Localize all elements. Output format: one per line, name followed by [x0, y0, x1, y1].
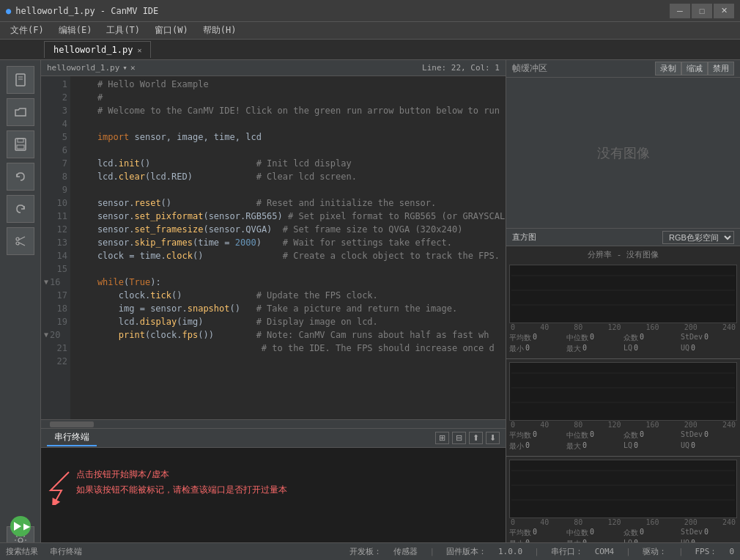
record-button[interactable]: 录制: [655, 62, 681, 75]
status-serial-value: COM4: [595, 547, 615, 556]
menu-help[interactable]: 帮助(H): [196, 23, 244, 38]
menu-window[interactable]: 窗口(W): [147, 23, 196, 38]
histogram-container: 直方图 RGB色彩空间 灰度 分辨率 - 没有图像 0: [506, 229, 740, 560]
status-firmware-value: 1.0.0: [498, 547, 522, 556]
frame-buffer-header: 帧缓冲区 录制 缩减 禁用: [506, 60, 740, 78]
close-button[interactable]: ✕: [714, 4, 734, 18]
histogram-b-axis: 04080120160200240: [509, 518, 737, 526]
frame-buffer-label: 帧缓冲区: [512, 62, 547, 75]
menu-edit[interactable]: 编辑(E): [51, 23, 100, 38]
run-button[interactable]: [10, 516, 31, 537]
status-firmware-label: 固件版本：: [446, 546, 486, 557]
color-space-selector[interactable]: RGB色彩空间 灰度: [662, 231, 734, 244]
sidebar: [0, 60, 41, 560]
editor-header-left: helloworld_1.py ▾ ✕: [47, 63, 136, 73]
svg-point-7: [16, 242, 19, 245]
minimize-button[interactable]: ─: [670, 4, 690, 18]
annotation-line2: 如果该按钮不能被标记，请检查该端口是否打开过量本: [76, 484, 500, 496]
tab-bar: helloworld_1.py ✕: [0, 40, 740, 60]
open-file-button[interactable]: [7, 98, 34, 126]
menu-bar: 文件(F) 编辑(E) 工具(T) 窗口(W) 帮助(H): [0, 22, 740, 40]
status-bar: 搜索结果 串行终端 开发板： 传感器 | 固件版本： 1.0.0 | 串行口： …: [0, 542, 740, 560]
menu-tools[interactable]: 工具(T): [99, 23, 147, 38]
scrollbar-thumb[interactable]: [50, 421, 94, 427]
editor-close-icon[interactable]: ✕: [130, 63, 136, 73]
no-image-text: 没有图像: [597, 144, 650, 162]
terminal-header: 串行终端 ⊞ ⊟ ⬆ ⬇: [41, 429, 506, 448]
redo-button[interactable]: [7, 195, 34, 223]
histogram-r-chart: [509, 265, 737, 323]
svg-point-6: [16, 237, 19, 240]
title-bar-left: ● helloworld_1.py - CanMV IDE: [6, 6, 158, 16]
new-file-button[interactable]: [7, 66, 34, 94]
svg-line-8: [19, 237, 25, 240]
horizontal-scrollbar[interactable]: [41, 419, 506, 428]
histogram-label: 直方图: [512, 232, 536, 243]
status-devboard-label: 开发板：: [349, 546, 382, 557]
status-serial-label: 串行口：: [551, 546, 583, 557]
annotation-line1: 点击按钮开始脚本/虚本: [76, 468, 500, 481]
main-layout: helloworld_1.py ▾ ✕ Line: 22, Col: 1 123…: [0, 60, 740, 560]
histogram-g-axis: 04080120160200240: [509, 421, 737, 429]
histogram-r-stats: 平均数0 中位数0 众数0 StDev0 最小0 最大0 LQ0 UQ0: [509, 331, 737, 355]
status-driver-label: 驱动：: [643, 546, 667, 557]
terminal-area: 串行终端 ⊞ ⊟ ⬆ ⬇ 点击按钮开始脚本/: [41, 428, 506, 560]
line-numbers: 12345 678910 1112131415 ▼16 171819 ▼20 2…: [41, 76, 70, 419]
menu-file[interactable]: 文件(F): [3, 23, 51, 38]
histogram-subtitle: 分辨率 - 没有图像: [506, 246, 740, 262]
terminal-expand-button[interactable]: ⬆: [469, 432, 483, 444]
editor-header: helloworld_1.py ▾ ✕ Line: 22, Col: 1: [41, 60, 506, 76]
svg-line-9: [19, 243, 25, 246]
status-search[interactable]: 搜索结果: [6, 546, 38, 557]
code-editor[interactable]: 12345 678910 1112131415 ▼16 171819 ▼20 2…: [41, 76, 506, 419]
svg-marker-20: [14, 522, 21, 531]
title-bar: ● helloworld_1.py - CanMV IDE ─ □ ✕: [0, 0, 740, 22]
editor-filename: helloworld_1.py: [47, 63, 119, 73]
save-file-button[interactable]: [7, 130, 34, 158]
app-icon: ●: [6, 6, 11, 16]
svg-rect-0: [16, 74, 25, 86]
histogram-r-axis: 04080120160200240: [509, 323, 737, 331]
histogram-g-stats: 平均数0 中位数0 众数0 StDev0 最小0 最大0 LQ0 UQ0: [509, 429, 737, 453]
status-sensor: 传感器: [393, 546, 418, 557]
editor-status: Line: 22, Col: 1: [422, 63, 500, 73]
editor-area: helloworld_1.py ▾ ✕ Line: 22, Col: 1 123…: [41, 60, 506, 560]
app-title: helloworld_1.py - CanMV IDE: [15, 6, 158, 16]
histogram-r-panel: 04080120160200240 平均数0 中位数0 众数0 StDev0 最…: [506, 262, 740, 359]
dropdown-icon[interactable]: ▾: [122, 63, 127, 73]
window-controls: ─ □ ✕: [670, 4, 734, 18]
maximize-button[interactable]: □: [692, 4, 712, 18]
terminal-disconnect-button[interactable]: ⊟: [452, 432, 466, 444]
histogram-g-panel: 04080120160200240 平均数0 中位数0 众数0 StDev0 最…: [506, 359, 740, 457]
tab-close-icon[interactable]: ✕: [137, 46, 141, 54]
histogram-b-chart: [509, 460, 737, 518]
status-serial[interactable]: 串行终端: [50, 546, 82, 557]
histogram-g-chart: [509, 362, 737, 421]
histogram-b-panel: 04080120160200240 平均数0 中位数0 众数0 StDev0 最…: [506, 457, 740, 554]
code-content[interactable]: # Hello World Example # # Welcome to the…: [70, 76, 506, 419]
terminal-tabs: 串行终端: [47, 430, 97, 446]
frame-buffer-area: 帧缓冲区 录制 缩减 禁用 没有图像: [506, 60, 740, 229]
undo-button[interactable]: [7, 163, 34, 191]
terminal-actions: ⊞ ⊟ ⬆ ⬇: [435, 432, 500, 444]
histogram-top-bar: 直方图 RGB色彩空间 灰度: [506, 229, 740, 246]
editor-tab[interactable]: helloworld_1.py ✕: [44, 41, 151, 58]
shrink-button[interactable]: 缩减: [681, 62, 708, 75]
terminal-collapse-button[interactable]: ⬇: [486, 432, 500, 444]
terminal-tab-serial[interactable]: 串行终端: [47, 430, 97, 446]
terminal-connect-button[interactable]: ⊞: [435, 432, 449, 444]
svg-rect-5: [17, 145, 24, 149]
scissors-button[interactable]: [7, 227, 34, 255]
status-fps-value: 0: [729, 547, 734, 556]
status-fps-label: FPS：: [695, 546, 718, 557]
disable-button[interactable]: 禁用: [708, 62, 734, 75]
tab-label: helloworld_1.py: [53, 45, 133, 55]
right-panel: 帧缓冲区 录制 缩减 禁用 没有图像 直方图 RGB色彩空间 灰度 分辨率 - …: [506, 60, 740, 560]
